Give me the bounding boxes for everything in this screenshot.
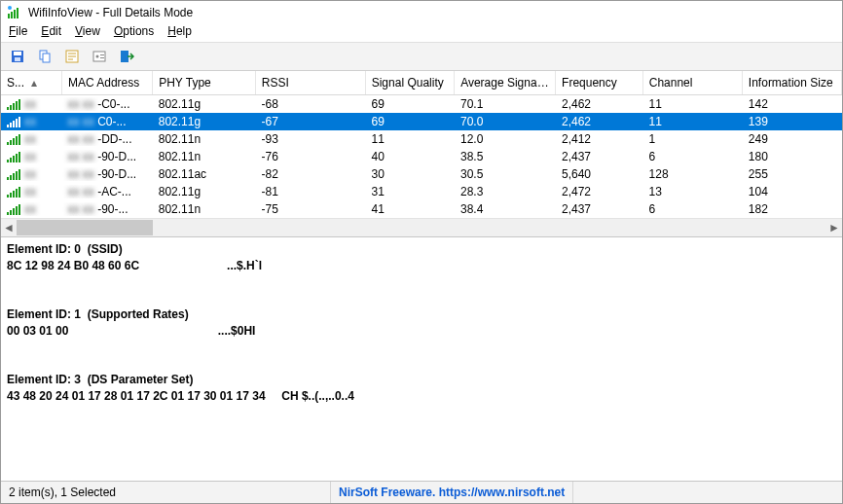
cell-ch: 11	[643, 115, 743, 128]
cell-ssid: xx	[1, 202, 62, 216]
header-avg[interactable]: Average Signal...	[455, 71, 556, 94]
menu-file[interactable]: File	[9, 24, 27, 38]
cell-freq: 2,412	[556, 132, 643, 146]
copy-button[interactable]	[34, 46, 55, 67]
scroll-thumb[interactable]	[17, 220, 153, 235]
details-pane[interactable]: Element ID: 0 (SSID) 8C 12 98 24 B0 48 6…	[1, 236, 842, 481]
cell-avg: 30.5	[455, 167, 556, 181]
sort-indicator-icon: ▴	[31, 76, 37, 90]
cell-phy: 802.11n	[153, 150, 256, 163]
window-title: WifiInfoView - Full Details Mode	[28, 6, 193, 19]
cell-info: 142	[743, 97, 842, 111]
ssid-blurred: xx	[24, 115, 36, 128]
status-items: 2 item(s), 1 Selected	[1, 482, 331, 503]
cell-ssid: xx	[1, 185, 62, 198]
menu-options[interactable]: Options	[114, 24, 154, 38]
svg-rect-3	[17, 8, 18, 18]
svg-rect-1	[11, 12, 13, 18]
header-signal-quality[interactable]: Signal Quality	[366, 71, 455, 94]
menu-help[interactable]: Help	[167, 24, 192, 38]
cell-sq: 41	[366, 202, 455, 216]
cell-ch: 128	[643, 167, 743, 181]
cell-freq: 2,437	[556, 150, 643, 163]
header-channel[interactable]: Channel	[643, 71, 743, 94]
cell-mac: xx xx C0-...	[62, 115, 153, 128]
svg-rect-9	[43, 54, 50, 62]
header-freq[interactable]: Frequency	[556, 71, 643, 94]
svg-rect-2	[14, 10, 16, 18]
cell-avg: 38.5	[455, 150, 556, 163]
signal-icon	[7, 98, 20, 110]
table-row[interactable]: xxxx xx -90-...802.11n-754138.42,4376182	[1, 200, 842, 218]
cell-ssid: xx	[1, 150, 62, 163]
cell-sq: 69	[366, 115, 455, 128]
table-row[interactable]: xxxx xx C0-...802.11g-676970.02,46211139	[1, 113, 842, 130]
cell-rssi: -75	[256, 202, 366, 216]
exit-button[interactable]	[116, 46, 137, 67]
svg-rect-7	[15, 57, 20, 61]
signal-icon	[7, 151, 20, 162]
cell-ch: 1	[643, 132, 743, 146]
cell-mac: xx xx -90-D...	[62, 167, 153, 181]
cell-info: 104	[743, 185, 842, 198]
svg-rect-15	[121, 51, 128, 62]
cell-phy: 802.11g	[153, 115, 256, 128]
cell-info: 180	[743, 150, 842, 163]
ssid-blurred: xx	[24, 185, 36, 198]
status-bar: 2 item(s), 1 Selected NirSoft Freeware. …	[1, 481, 842, 503]
cell-avg: 12.0	[455, 132, 556, 146]
list-header: S... ▴ MAC Address PHY Type RSSI Signal …	[1, 71, 842, 95]
cell-ch: 11	[643, 97, 743, 111]
status-link[interactable]: NirSoft Freeware. https://www.nirsoft.ne…	[331, 482, 573, 503]
properties-button[interactable]	[61, 46, 83, 67]
options-button[interactable]	[89, 46, 110, 67]
cell-sq: 69	[366, 97, 455, 111]
cell-avg: 70.0	[455, 115, 556, 128]
horizontal-scrollbar[interactable]: ◄ ►	[1, 218, 842, 236]
header-info[interactable]: Information Size	[743, 71, 842, 94]
svg-rect-6	[14, 52, 21, 55]
cell-freq: 2,437	[556, 202, 643, 216]
ssid-blurred: xx	[24, 150, 36, 163]
scroll-right-icon[interactable]: ►	[826, 220, 842, 235]
signal-icon	[7, 186, 20, 198]
scroll-track[interactable]	[17, 220, 826, 235]
cell-ch: 6	[643, 150, 743, 163]
toolbar	[1, 42, 842, 71]
scroll-left-icon[interactable]: ◄	[1, 220, 17, 235]
cell-rssi: -76	[256, 150, 366, 163]
table-row[interactable]: xxxx xx -90-D...802.11n-764038.52,437618…	[1, 148, 842, 165]
cell-mac: xx xx -C0-...	[62, 97, 153, 111]
svg-rect-0	[8, 14, 10, 18]
save-button[interactable]	[7, 46, 28, 67]
table-row[interactable]: xxxx xx -90-D...802.11ac-823030.55,64012…	[1, 165, 842, 183]
cell-ch: 13	[643, 185, 743, 198]
cell-freq: 2,472	[556, 185, 643, 198]
header-rssi[interactable]: RSSI	[256, 71, 366, 94]
header-ssid[interactable]: S... ▴	[1, 71, 62, 94]
table-row[interactable]: xxxx xx -AC-...802.11g-813128.32,4721310…	[1, 183, 842, 200]
cell-ssid: xx	[1, 167, 62, 181]
cell-freq: 2,462	[556, 97, 643, 111]
menu-edit[interactable]: Edit	[41, 24, 61, 38]
cell-rssi: -68	[256, 97, 366, 111]
cell-rssi: -67	[256, 115, 366, 128]
cell-sq: 11	[366, 132, 455, 146]
ssid-blurred: xx	[24, 97, 36, 111]
cell-freq: 5,640	[556, 167, 643, 181]
header-mac[interactable]: MAC Address	[62, 71, 153, 94]
menu-view[interactable]: View	[75, 24, 100, 38]
cell-avg: 38.4	[455, 202, 556, 216]
cell-info: 139	[743, 115, 842, 128]
cell-info: 255	[743, 167, 842, 181]
cell-sq: 31	[366, 185, 455, 198]
table-row[interactable]: xxxx xx -DD-...802.11n-931112.02,4121249	[1, 130, 842, 148]
header-phy[interactable]: PHY Type	[153, 71, 256, 94]
table-row[interactable]: xxxx xx -C0-...802.11g-686970.12,4621114…	[1, 95, 842, 113]
signal-icon	[7, 116, 20, 127]
signal-icon	[7, 168, 20, 180]
signal-icon	[7, 203, 20, 215]
cell-sq: 40	[366, 150, 455, 163]
list-body[interactable]: xxxx xx -C0-...802.11g-686970.12,4621114…	[1, 95, 842, 218]
signal-icon	[7, 133, 20, 145]
